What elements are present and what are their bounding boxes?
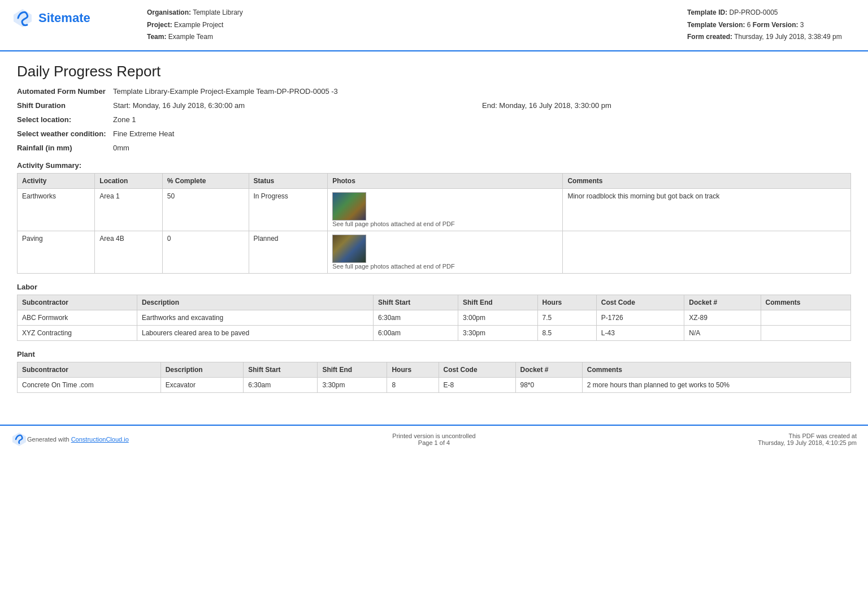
footer-page-number: Page 1 of 4 <box>293 439 575 446</box>
plant-comments-header: Comments <box>582 362 850 377</box>
labor-comments-cell <box>761 325 851 340</box>
footer-generated-prefix: Generated with <box>27 436 70 443</box>
template-id-label: Template ID: <box>687 8 727 16</box>
header-center: Organisation: Template Library Project: … <box>124 7 687 44</box>
plant-docket-cell: 98*0 <box>515 377 582 392</box>
plant-heading: Plant <box>17 350 851 358</box>
labor-shift-start-cell: 6:30am <box>373 310 458 325</box>
header-right: Template ID: DP-PROD-0005 Template Versi… <box>687 7 857 44</box>
form-created-label: Form created: <box>687 33 732 41</box>
comments-cell: Minor roadblock this morning but got bac… <box>563 188 851 231</box>
complete-cell: 0 <box>162 231 249 273</box>
activity-table-row: Paving Area 4B 0 Planned See full page p… <box>18 231 851 273</box>
activity-table-header-row: Activity Location % Complete Status Phot… <box>18 173 851 188</box>
location-cell: Area 4B <box>95 231 162 273</box>
team-value: Example Team <box>168 33 213 41</box>
photo-thumbnail <box>332 235 366 263</box>
footer-logo-icon <box>11 431 27 447</box>
rainfall-label: Rainfall (in mm) <box>17 144 113 152</box>
template-id-value: DP-PROD-0005 <box>729 8 778 16</box>
form-created-row: Form created: Thursday, 19 July 2018, 3:… <box>687 31 857 44</box>
form-created-value: Thursday, 19 July 2018, 3:38:49 pm <box>734 33 842 41</box>
weather-field: Select weather condition: Fine Extreme H… <box>17 129 851 138</box>
project-label: Project: <box>147 21 172 29</box>
plant-shift-end-cell: 3:30pm <box>318 377 387 392</box>
photo-thumbnail <box>332 192 366 220</box>
page-footer: Generated with ConstructionCloud.io Prin… <box>0 425 868 453</box>
org-label: Organisation: <box>147 8 191 16</box>
labor-cost-code-cell: L-43 <box>596 325 684 340</box>
plant-hours-header: Hours <box>387 362 439 377</box>
labor-table-row: XYZ Contracting Labourers cleared area t… <box>18 325 851 340</box>
footer-uncontrolled-text: Printed version is uncontrolled <box>293 433 575 439</box>
plant-description-cell: Excavator <box>160 377 244 392</box>
labor-shift-end-cell: 3:30pm <box>458 325 538 340</box>
labor-docket-cell: XZ-89 <box>684 310 761 325</box>
sitemate-logo-icon <box>11 7 34 29</box>
team-row: Team: Example Team <box>147 31 687 44</box>
location-label: Select location: <box>17 115 113 124</box>
labor-shift-start-cell: 6:00am <box>373 325 458 340</box>
status-cell: Planned <box>249 231 328 273</box>
labor-subcontractor-cell: XYZ Contracting <box>18 325 137 340</box>
location-field: Select location: Zone 1 <box>17 115 851 124</box>
plant-shift-start-cell: 6:30am <box>244 377 318 392</box>
activity-table-row: Earthworks Area 1 50 In Progress See ful… <box>18 188 851 231</box>
template-id-row: Template ID: DP-PROD-0005 <box>687 7 857 19</box>
labor-hours-cell: 7.5 <box>537 310 596 325</box>
shift-duration-label: Shift Duration <box>17 101 113 110</box>
plant-description-header: Description <box>160 362 244 377</box>
plant-shift-end-header: Shift End <box>318 362 387 377</box>
labor-heading: Labor <box>17 283 851 291</box>
labor-cost-code-header: Cost Code <box>596 295 684 310</box>
plant-table-row: Concrete On Time .com Excavator 6:30am 3… <box>18 377 851 392</box>
location-col-header: Location <box>95 173 162 188</box>
team-label: Team: <box>147 33 166 41</box>
labor-comments-header: Comments <box>761 295 851 310</box>
labor-shift-start-header: Shift Start <box>373 295 458 310</box>
photo-caption: See full page photos attached at end of … <box>332 220 454 227</box>
project-row: Project: Example Project <box>147 19 687 32</box>
labor-shift-end-header: Shift End <box>458 295 538 310</box>
weather-label: Select weather condition: <box>17 129 113 138</box>
svg-marker-1 <box>12 433 26 446</box>
labor-table-row: ABC Formwork Earthworks and excavating 6… <box>18 310 851 325</box>
labor-docket-cell: N/A <box>684 325 761 340</box>
plant-cost-code-header: Cost Code <box>439 362 515 377</box>
labor-description-header: Description <box>137 295 373 310</box>
logo-text: Sitemate <box>38 11 90 25</box>
location-cell: Area 1 <box>95 188 162 231</box>
complete-cell: 50 <box>162 188 249 231</box>
form-number-label: Automated Form Number <box>17 87 113 96</box>
shift-start-value: Start: Monday, 16 July 2018, 6:30:00 am <box>113 101 482 110</box>
plant-subcontractor-header: Subcontractor <box>18 362 161 377</box>
status-cell: In Progress <box>249 188 328 231</box>
activity-cell: Earthworks <box>18 188 95 231</box>
rainfall-value: 0mm <box>113 144 851 152</box>
page-title: Daily Progress Report <box>17 63 851 80</box>
activity-col-header: Activity <box>18 173 95 188</box>
plant-docket-header: Docket # <box>515 362 582 377</box>
plant-subcontractor-cell: Concrete On Time .com <box>18 377 161 392</box>
weather-value: Fine Extreme Heat <box>113 129 851 138</box>
form-number-field: Automated Form Number Template Library-E… <box>17 87 851 96</box>
footer-right: This PDF was created at Thursday, 19 Jul… <box>575 433 857 446</box>
footer-generated-link[interactable]: ConstructionCloud.io <box>71 436 129 443</box>
org-row: Organisation: Template Library <box>147 7 687 19</box>
labor-shift-end-cell: 3:00pm <box>458 310 538 325</box>
page-content: Daily Progress Report Automated Form Num… <box>0 51 868 413</box>
plant-table: Subcontractor Description Shift Start Sh… <box>17 362 851 393</box>
plant-shift-start-header: Shift Start <box>244 362 318 377</box>
activity-cell: Paving <box>18 231 95 273</box>
labor-hours-cell: 8.5 <box>537 325 596 340</box>
shift-duration-field: Shift Duration Start: Monday, 16 July 20… <box>17 101 851 110</box>
version-row: Template Version: 6 Form Version: 3 <box>687 19 857 32</box>
labor-description-cell: Earthworks and excavating <box>137 310 373 325</box>
plant-comments-cell: 2 more hours than planned to get works t… <box>582 377 850 392</box>
plant-header-row: Subcontractor Description Shift Start Sh… <box>18 362 851 377</box>
photo-caption: See full page photos attached at end of … <box>332 263 454 270</box>
labor-cost-code-cell: P-1726 <box>596 310 684 325</box>
footer-left: Generated with ConstructionCloud.io <box>11 431 293 447</box>
activity-table: Activity Location % Complete Status Phot… <box>17 173 851 274</box>
activity-summary-heading: Activity Summary: <box>17 161 851 170</box>
